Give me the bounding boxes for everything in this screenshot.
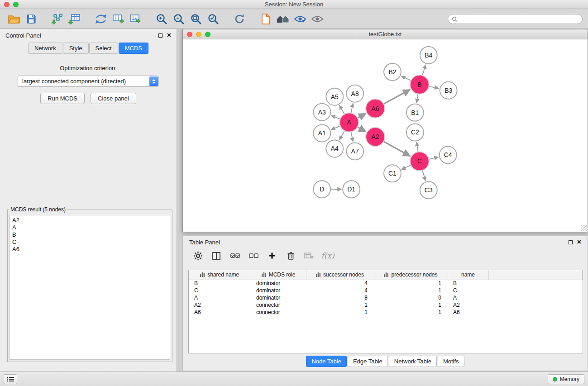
close-panel-icon[interactable]: × [167, 33, 171, 38]
network-graph[interactable]: B4B2BB3A8A5A6A3B1AC2A1A2A4A7C4CC1DD1C3 [183, 40, 588, 232]
run-mcds-button[interactable]: Run MCDS [40, 93, 85, 104]
table-row[interactable]: A6connector11A6 [189, 309, 583, 316]
graph-edge[interactable] [416, 142, 418, 152]
table-cell: dominator [251, 294, 306, 301]
zoom-in-button[interactable] [153, 11, 170, 27]
session-file-button[interactable] [257, 11, 274, 27]
result-item[interactable]: B [12, 231, 167, 238]
export-network-button[interactable] [92, 11, 110, 27]
graph-edge[interactable] [331, 126, 340, 129]
zoom-selected-button[interactable] [205, 11, 222, 27]
add-column-button[interactable] [266, 250, 278, 261]
result-item[interactable]: A2 [12, 217, 167, 224]
criterion-dropdown[interactable]: largest connected component (directed) [18, 76, 159, 87]
tab-motifs[interactable]: Motifs [438, 356, 464, 367]
deselect-all-button[interactable] [248, 250, 259, 261]
table-panel-header: Table Panel × [183, 236, 588, 248]
close-window-button[interactable] [4, 2, 10, 7]
graph-edge[interactable] [331, 115, 340, 119]
graph-edge[interactable] [429, 86, 439, 88]
export-table-button[interactable] [110, 11, 127, 27]
minimize-network-window-button[interactable] [196, 32, 201, 37]
show-graphics-details-button[interactable] [292, 11, 309, 27]
window-title: Session: New Session [0, 1, 588, 8]
tab-select[interactable]: Select [89, 43, 118, 54]
zoom-network-window-button[interactable] [205, 32, 210, 37]
graph-edge[interactable] [383, 90, 410, 104]
control-panel-title: Control Panel [5, 32, 41, 39]
hide-graphics-details-button[interactable] [309, 11, 326, 27]
table-cell: 1 [374, 301, 448, 309]
zoom-out-button[interactable] [170, 11, 187, 27]
zoom-fit-button[interactable] [187, 11, 205, 27]
tab-edge-table[interactable]: Edge Table [348, 356, 388, 367]
select-all-button[interactable] [229, 250, 241, 261]
graph-edge[interactable] [422, 170, 425, 181]
network-window-title: testGlobe.txt [183, 31, 588, 38]
table-cell: 1 [374, 280, 448, 287]
close-network-window-button[interactable] [187, 32, 192, 37]
control-panel: Control Panel × Network Style Select MCD… [0, 29, 177, 372]
graph-edge[interactable] [402, 165, 411, 169]
table-row[interactable]: Cdominator41C [189, 287, 583, 294]
column-header-name[interactable]: name [448, 270, 488, 280]
zoom-window-button[interactable] [13, 2, 19, 7]
float-table-panel-icon[interactable] [569, 240, 573, 244]
tab-network[interactable]: Network [28, 43, 62, 54]
result-item[interactable]: A [12, 224, 167, 231]
import-table-button[interactable] [66, 11, 83, 27]
graph-edge[interactable] [416, 94, 418, 103]
refresh-button[interactable] [231, 11, 248, 27]
tab-network-table[interactable]: Network Table [389, 356, 437, 367]
graph-edge[interactable] [402, 76, 411, 81]
search-box[interactable] [448, 14, 583, 24]
import-network-button[interactable] [49, 11, 66, 27]
result-item[interactable]: A6 [12, 246, 167, 253]
delete-column-button[interactable] [285, 250, 296, 261]
graph-edge[interactable] [358, 127, 366, 132]
graph-edge[interactable] [383, 142, 410, 156]
search-input[interactable] [460, 16, 578, 22]
close-panel-button[interactable]: Close panel [91, 93, 136, 104]
first-neighbors-button[interactable] [274, 11, 292, 27]
table-settings-button[interactable] [192, 250, 204, 261]
memory-status-icon [553, 377, 557, 381]
trash-icon [287, 252, 295, 260]
graph-node-label: B3 [445, 87, 452, 94]
function-builder-button[interactable]: f(x) [322, 250, 334, 261]
plus-icon [268, 252, 276, 259]
close-table-panel-icon[interactable]: × [577, 240, 581, 244]
memory-button[interactable]: Memory [548, 374, 584, 384]
graph-edge[interactable] [351, 103, 353, 113]
table-row[interactable]: A2connector11A2 [189, 301, 583, 309]
graph-edge[interactable] [422, 65, 425, 76]
graph-edge[interactable] [429, 157, 438, 159]
tab-style[interactable]: Style [63, 43, 89, 54]
column-header-mcds-role[interactable]: MCDS role [251, 270, 306, 280]
table-cell: 1 [374, 287, 448, 294]
tab-node-table[interactable]: Node Table [306, 356, 347, 367]
graph-node-label: A2 [372, 133, 379, 140]
table-row[interactable]: Bdominator41B [189, 280, 583, 287]
show-columns-button[interactable] [210, 250, 222, 261]
graph-edge[interactable] [339, 131, 344, 140]
column-header-predecessor-nodes[interactable]: predecessor nodes [374, 270, 448, 280]
open-session-button[interactable] [5, 11, 23, 27]
tab-mcds[interactable]: MCDS [119, 43, 148, 54]
column-header-shared-name[interactable]: shared name [189, 270, 251, 280]
task-history-button[interactable] [4, 374, 17, 384]
column-header-successor-nodes[interactable]: successor nodes [306, 270, 374, 280]
resize-handle[interactable] [581, 225, 587, 231]
graph-edge[interactable] [351, 132, 353, 142]
search-icon [452, 16, 458, 22]
graph-edge[interactable] [339, 105, 344, 114]
result-item[interactable]: C [12, 238, 167, 246]
export-image-button[interactable] [127, 11, 144, 27]
network-canvas[interactable]: B4B2BB3A8A5A6A3B1AC2A1A2A4A7C4CC1DD1C3 [183, 40, 588, 232]
app-titlebar: Session: New Session [0, 0, 588, 9]
float-panel-icon[interactable] [158, 33, 163, 38]
save-session-button[interactable] [23, 11, 40, 27]
table-row[interactable]: Adominator80A [189, 294, 583, 301]
graph-edge[interactable] [358, 114, 366, 118]
delete-table-button[interactable] [303, 250, 315, 261]
